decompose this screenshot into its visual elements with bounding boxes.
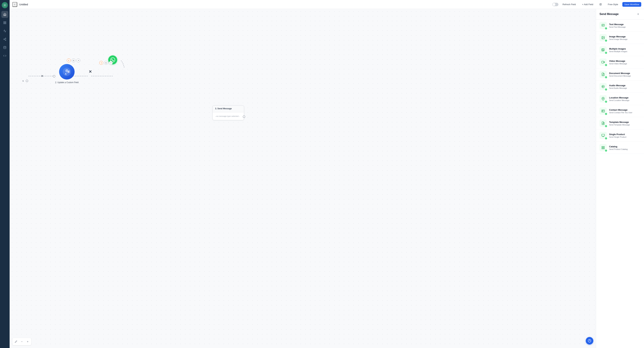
send-node-body: --no message type selected--: [213, 112, 244, 120]
dot-left-crm[interactable]: [53, 75, 55, 77]
template-message-icon: [600, 120, 607, 127]
canvas[interactable]: s ✕ ✕ ℹ ⧉ ✕: [10, 9, 596, 348]
back-button[interactable]: [12, 2, 17, 7]
sidebar-item-code[interactable]: [1, 52, 8, 59]
multiple-images-icon: [600, 46, 607, 54]
template-message-name: Template Message: [609, 121, 640, 123]
svg-rect-36: [602, 61, 604, 63]
location-message-name: Location Message: [609, 96, 640, 99]
single-product-info: Single Product Send Single Product: [609, 133, 640, 138]
document-message-name: Document Message: [609, 72, 640, 75]
send-output-connector[interactable]: [243, 115, 245, 118]
panel-item-single-product[interactable]: Single Product Send Single Product: [596, 129, 644, 142]
send-node-controls: ℹ ⧉ ✕: [99, 61, 113, 65]
template-wa-badge: [605, 125, 608, 127]
crm-copy-button[interactable]: ⧉: [72, 59, 76, 62]
location-message-info: Location Message Send Location Message: [609, 96, 640, 101]
svg-rect-52: [604, 148, 604, 149]
svg-point-41: [603, 98, 604, 99]
zoom-in-button[interactable]: [25, 339, 30, 344]
topbar-actions: Refresh Field + Add Field Free-Style Sav…: [552, 2, 641, 7]
panel-item-audio-message[interactable]: Audio Message Send Audio Message: [596, 81, 644, 93]
zoom-out-button[interactable]: [19, 339, 24, 344]
audio-message-name: Audio Message: [609, 84, 640, 87]
sidebar-logo[interactable]: [2, 2, 8, 8]
text-message-icon: [600, 22, 607, 29]
contact-wa-badge: [605, 113, 608, 115]
left-connector[interactable]: [26, 80, 28, 82]
left-node: s: [22, 80, 28, 82]
left-node-label: s: [22, 80, 24, 82]
panel-item-location-message[interactable]: Location Message Send Location Message: [596, 93, 644, 105]
send-message-panel: Send Message × Text Message: [596, 9, 644, 348]
template-message-info: Template Message Send Template Message: [609, 121, 640, 126]
document-wa-badge: [605, 76, 608, 79]
refresh-field-button[interactable]: Refresh Field: [560, 2, 578, 7]
image-message-info: Image Message Send Image Message: [609, 35, 640, 40]
single-product-desc: Send Single Product: [609, 136, 640, 138]
multiple-images-info: Multiple Images Send Multiple Images: [609, 48, 640, 53]
send-node-title: 3. Send Message: [215, 107, 242, 110]
topbar: Untitled Refresh Field + Add Field Free-…: [10, 0, 644, 9]
add-field-button[interactable]: + Add Field: [580, 2, 595, 7]
contact-message-desc: Send Contact File You User: [609, 111, 640, 114]
pencil-tool-button[interactable]: [14, 339, 18, 344]
panel-item-contact-message[interactable]: Contact Message Send Contact File You Us…: [596, 105, 644, 117]
panel-item-template-message[interactable]: Template Message Send Template Message: [596, 117, 644, 129]
crm-node[interactable]: ℹ ⧉ ✕: [55, 64, 78, 84]
contact-message-info: Contact Message Send Contact File You Us…: [609, 109, 640, 114]
single-product-name: Single Product: [609, 133, 640, 136]
svg-rect-1: [4, 22, 4, 22]
panel-item-catalog[interactable]: Catalog Send Product Catalog: [596, 142, 644, 154]
cross-mark-2: ✕: [89, 70, 92, 74]
page-title: Untitled: [19, 3, 550, 6]
sidebar-item-analytics[interactable]: [1, 28, 8, 34]
crm-node-controls: ℹ ⧉ ✕: [67, 59, 80, 62]
svg-rect-50: [604, 146, 604, 147]
catalog-wa-badge: [605, 149, 608, 152]
panel-item-text-message[interactable]: Text Message Send Text Message: [596, 20, 644, 32]
sidebar-item-share[interactable]: [1, 36, 8, 43]
send-delete-button[interactable]: ✕: [109, 61, 113, 65]
image-wa-badge: [605, 39, 608, 42]
canvas-toolbar: [12, 338, 31, 345]
document-message-icon: [600, 71, 607, 78]
image-message-desc: Send Image Message: [609, 38, 640, 40]
svg-point-7: [5, 40, 6, 41]
connections-svg: [10, 9, 596, 348]
sidebar-item-dashboard[interactable]: [1, 19, 8, 26]
panel-item-document-message[interactable]: Document Message Send Document Message: [596, 68, 644, 81]
svg-point-0: [4, 5, 5, 6]
layout-button[interactable]: [598, 2, 604, 7]
catalog-desc: Send Product Catalog: [609, 148, 640, 150]
svg-point-10: [4, 46, 6, 47]
support-button[interactable]: [586, 337, 593, 344]
crm-circle: [59, 64, 74, 80]
svg-rect-4: [5, 23, 6, 24]
image-message-icon: [600, 34, 607, 41]
panel-close-button[interactable]: ×: [636, 12, 640, 17]
crm-node-label: 2. Update a Custom Field: [55, 81, 78, 84]
svg-rect-45: [603, 124, 604, 124]
svg-rect-22: [68, 71, 68, 73]
crm-info-button[interactable]: ℹ: [67, 59, 70, 62]
save-workflow-button[interactable]: Save Workflow: [622, 2, 641, 7]
send-info-button[interactable]: ℹ: [99, 61, 103, 65]
panel-item-image-message[interactable]: Image Message Send Image Message: [596, 32, 644, 44]
panel-item-video-message[interactable]: Video Message Send Video Message: [596, 56, 644, 68]
svg-rect-46: [602, 134, 605, 136]
multiple-images-name: Multiple Images: [609, 48, 640, 50]
send-copy-button[interactable]: ⧉: [104, 61, 108, 65]
panel-items-list: Text Message Send Text Message: [596, 20, 644, 348]
send-message-node[interactable]: 3. Send Message --no message type select…: [212, 105, 244, 120]
sidebar-item-home[interactable]: [1, 11, 8, 18]
crm-delete-button[interactable]: ✕: [76, 59, 80, 62]
panel-item-multiple-images[interactable]: Multiple Images Send Multiple Images: [596, 44, 644, 56]
panel-title: Send Message: [600, 13, 618, 16]
send-node-placeholder: --no message type selected--: [215, 115, 242, 117]
toggle-switch[interactable]: [552, 3, 558, 6]
sidebar-item-database[interactable]: [1, 44, 8, 51]
audio-message-desc: Send Audio Message: [609, 87, 640, 89]
video-message-name: Video Message: [609, 60, 640, 62]
freestyle-button[interactable]: Free-Style: [606, 2, 620, 7]
